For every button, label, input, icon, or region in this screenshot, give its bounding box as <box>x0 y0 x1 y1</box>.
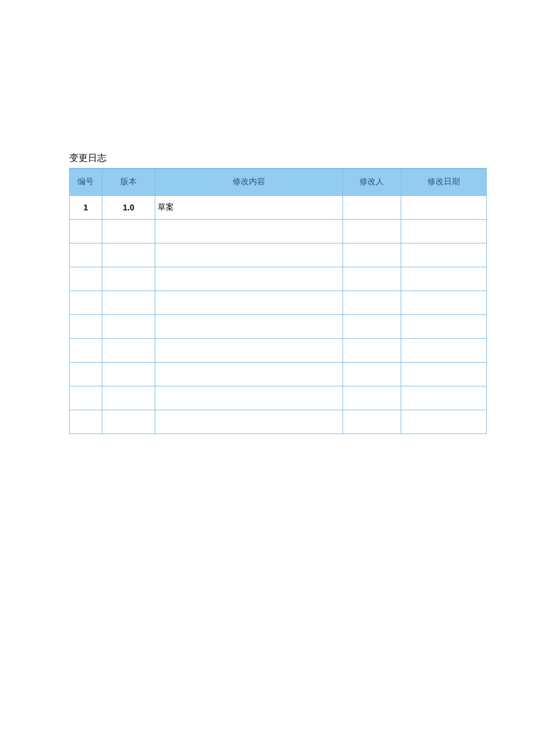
cell-modifier <box>343 195 401 219</box>
cell-modifier <box>343 410 401 433</box>
cell-content <box>155 410 343 433</box>
cell-version <box>102 291 155 314</box>
cell-modifier <box>343 386 401 410</box>
cell-id <box>70 267 102 291</box>
cell-version <box>102 267 155 291</box>
cell-date <box>401 338 486 362</box>
cell-version <box>102 243 155 267</box>
table-row <box>70 243 487 267</box>
table-row <box>70 410 487 433</box>
table-row: 1 1.0 草案 <box>70 195 487 219</box>
col-header-date: 修改日期 <box>401 169 486 195</box>
cell-version <box>102 410 155 433</box>
cell-id <box>70 362 102 386</box>
cell-content <box>155 314 343 338</box>
cell-content <box>155 386 343 410</box>
table-row <box>70 291 487 314</box>
cell-date <box>401 386 486 410</box>
cell-version <box>102 314 155 338</box>
changelog-section: 变更日志 编号 版本 修改内容 修改人 修改日期 1 1.0 草案 <box>69 152 487 434</box>
cell-id <box>70 410 102 433</box>
cell-version: 1.0 <box>102 195 155 219</box>
cell-id <box>70 219 102 243</box>
changelog-table: 编号 版本 修改内容 修改人 修改日期 1 1.0 草案 <box>69 168 487 434</box>
cell-id <box>70 338 102 362</box>
cell-content: 草案 <box>155 195 343 219</box>
cell-id: 1 <box>70 195 102 219</box>
cell-date <box>401 195 486 219</box>
cell-content <box>155 243 343 267</box>
cell-date <box>401 410 486 433</box>
cell-content <box>155 362 343 386</box>
col-header-content: 修改内容 <box>155 169 343 195</box>
cell-content <box>155 219 343 243</box>
cell-id <box>70 243 102 267</box>
cell-id <box>70 386 102 410</box>
cell-modifier <box>343 291 401 314</box>
cell-content <box>155 338 343 362</box>
col-header-version: 版本 <box>102 169 155 195</box>
cell-modifier <box>343 338 401 362</box>
table-row <box>70 267 487 291</box>
table-row <box>70 386 487 410</box>
cell-date <box>401 314 486 338</box>
cell-modifier <box>343 314 401 338</box>
cell-version <box>102 362 155 386</box>
cell-date <box>401 243 486 267</box>
cell-date <box>401 219 486 243</box>
table-row <box>70 314 487 338</box>
cell-content <box>155 267 343 291</box>
cell-id <box>70 291 102 314</box>
cell-date <box>401 362 486 386</box>
table-header-row: 编号 版本 修改内容 修改人 修改日期 <box>70 169 487 195</box>
cell-version <box>102 219 155 243</box>
cell-date <box>401 291 486 314</box>
table-row <box>70 338 487 362</box>
cell-content <box>155 291 343 314</box>
section-title: 变更日志 <box>69 152 487 164</box>
cell-date <box>401 267 486 291</box>
cell-id <box>70 314 102 338</box>
col-header-modifier: 修改人 <box>343 169 401 195</box>
col-header-id: 编号 <box>70 169 102 195</box>
table-row <box>70 362 487 386</box>
cell-modifier <box>343 243 401 267</box>
cell-modifier <box>343 219 401 243</box>
cell-version <box>102 386 155 410</box>
cell-modifier <box>343 267 401 291</box>
cell-version <box>102 338 155 362</box>
cell-modifier <box>343 362 401 386</box>
table-row <box>70 219 487 243</box>
